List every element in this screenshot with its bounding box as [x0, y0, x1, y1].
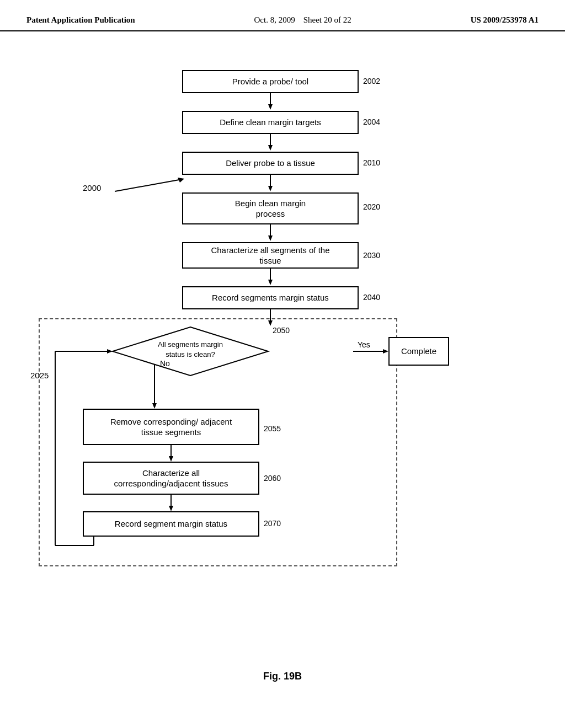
box-2060: Characterize all corresponding/adjacent … — [83, 462, 259, 495]
box-2070: Record segment margin status — [83, 511, 259, 537]
label-2010: 2010 — [363, 158, 380, 167]
label-2002: 2002 — [363, 77, 380, 85]
svg-text:All segments margin: All segments margin — [158, 340, 223, 349]
label-2000: 2000 — [83, 183, 101, 192]
svg-marker-9 — [268, 280, 273, 285]
box-2040: Record segments margin status — [182, 286, 359, 309]
patent-number-label: US 2009/253978 A1 — [471, 15, 539, 25]
svg-marker-7 — [268, 235, 273, 241]
date-sheet-label: Oct. 8, 2009 Sheet 20 of 22 — [254, 15, 351, 25]
publication-label: Patent Application Publication — [26, 15, 135, 25]
box-2030: Characterize all segments of the tissue — [182, 242, 359, 269]
label-2070: 2070 — [264, 519, 281, 528]
box-2002: Provide a probe/ tool — [182, 70, 359, 93]
page-header: Patent Application Publication Oct. 8, 2… — [0, 0, 565, 31]
label-2040: 2040 — [363, 293, 380, 302]
box-complete: Complete — [388, 337, 449, 366]
label-2050: 2050 — [273, 326, 290, 335]
label-2025: 2025 — [30, 371, 49, 380]
svg-line-26 — [115, 179, 182, 191]
svg-marker-3 — [268, 145, 273, 151]
svg-marker-27 — [178, 178, 184, 183]
no-label: No — [160, 359, 170, 368]
label-2030: 2030 — [363, 251, 380, 260]
box-2010: Deliver probe to a tissue — [182, 152, 359, 175]
label-2060: 2060 — [264, 474, 281, 483]
svg-marker-1 — [268, 104, 273, 110]
svg-text:status is clean?: status is clean? — [166, 350, 215, 358]
label-2004: 2004 — [363, 117, 380, 126]
box-2020: Begin clean margin process — [182, 192, 359, 224]
box-2004: Define clean margin targets — [182, 111, 359, 134]
yes-label: Yes — [358, 340, 370, 349]
label-2020: 2020 — [363, 202, 380, 211]
label-2055: 2055 — [264, 424, 281, 433]
diamond-2050: All segments margin status is clean? — [110, 326, 270, 377]
box-2055: Remove corresponding/ adjacent tissue se… — [83, 409, 259, 445]
figure-caption: Fig. 19B — [263, 671, 302, 682]
diagram-area: Provide a probe/ tool 2002 Define clean … — [0, 42, 565, 693]
svg-marker-5 — [268, 186, 273, 191]
